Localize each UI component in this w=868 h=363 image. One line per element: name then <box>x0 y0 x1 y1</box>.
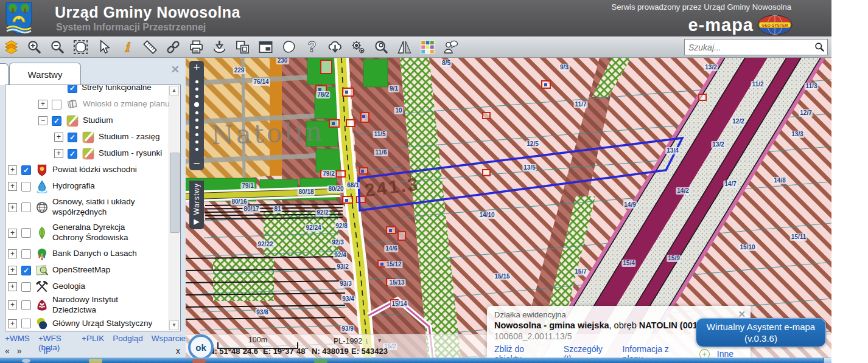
search-box[interactable] <box>684 39 828 55</box>
layer-checkbox[interactable]: ✓ <box>21 165 31 175</box>
layer-checkbox[interactable]: ✓ <box>21 266 31 275</box>
layout-icon[interactable] <box>257 38 274 55</box>
taskbar-app-icon[interactable] <box>314 359 327 363</box>
map-canvas[interactable]: Natolin 241.3 22923076/1478/28/59/39/110… <box>186 58 831 358</box>
expand-plus-icon[interactable]: + <box>8 266 17 275</box>
mirror-icon[interactable] <box>396 38 413 55</box>
zoom-level-dot[interactable] <box>195 148 198 151</box>
windows-taskbar[interactable] <box>0 358 831 363</box>
zoom-level-dot[interactable] <box>195 111 198 114</box>
expand-plus-icon[interactable]: + <box>38 100 47 109</box>
tab-warstwy[interactable]: Warstwy <box>9 63 81 85</box>
polygon-icon[interactable] <box>280 38 297 55</box>
zoom-level-dot[interactable] <box>195 133 198 136</box>
layers-icon[interactable] <box>2 38 19 55</box>
search-icon[interactable] <box>814 42 825 52</box>
zoom-in-icon[interactable] <box>26 38 43 55</box>
layer-checkbox[interactable] <box>21 249 31 259</box>
popup-link-inne[interactable]: Inne <box>717 349 733 358</box>
chevron-down-icon[interactable]: ▾ <box>378 337 381 344</box>
zoom-in-button[interactable]: + <box>189 61 204 74</box>
virtual-assistant-button[interactable]: Wirtualny Asystent e-mapa (v.0.3.6) <box>696 318 826 347</box>
pager-next[interactable]: » <box>17 346 22 356</box>
zoom-level-dot[interactable] <box>195 88 198 91</box>
start-orb-icon[interactable] <box>22 359 30 363</box>
expand-plus-icon[interactable]: + <box>8 165 17 175</box>
tree-scrollbar[interactable]: ▲ ▼ <box>169 86 180 330</box>
layer-checkbox[interactable] <box>21 202 31 212</box>
pager-prev[interactable]: « <box>5 346 10 356</box>
sidebar-close-icon[interactable]: ✕ <box>171 63 180 76</box>
expand-plus-icon[interactable]: + <box>8 229 17 238</box>
layer-checkbox[interactable] <box>52 100 61 109</box>
ok-button[interactable]: ok <box>188 334 214 358</box>
scroll-up-icon[interactable]: ▲ <box>169 86 179 95</box>
zoom-out-icon[interactable] <box>49 38 66 55</box>
map-zoom-control: + − <box>189 61 204 170</box>
settings-gears-icon[interactable] <box>349 38 366 55</box>
layer-checkbox[interactable]: ✓ <box>52 116 61 126</box>
tab-partial[interactable] <box>0 63 9 85</box>
pointer-icon[interactable] <box>95 38 112 55</box>
layer-row: +Osnowy, siatki i układy współrzędnych <box>5 195 180 220</box>
add-plus-icon[interactable]: + <box>699 349 710 358</box>
zoom-level-dot[interactable] <box>195 140 198 143</box>
layers-sidebar: Warstwy ✕ ✓Strefy funkcjonalne+Wnioski o… <box>0 58 186 358</box>
layer-label: Główny Urząd Statystyczny <box>52 319 152 329</box>
taskbar-app-icon[interactable] <box>89 359 102 363</box>
layer-checkbox[interactable] <box>21 228 31 238</box>
expand-plus-icon[interactable]: + <box>8 300 17 309</box>
collapse-minus-icon[interactable]: − <box>38 116 47 125</box>
select-area-icon[interactable] <box>72 38 89 55</box>
expand-plus-icon[interactable]: + <box>8 182 17 191</box>
popup-link-szczeg-y-i-[interactable]: Szczegóły (I) <box>564 344 613 358</box>
layer-label: Studium - rysunki <box>99 148 162 159</box>
collapse-layers-tab[interactable]: ◀ Warstwy <box>189 181 204 229</box>
preview-icon[interactable] <box>373 38 390 55</box>
zoom-level-dot[interactable] <box>195 95 198 98</box>
layer-row: −✓Studium <box>5 112 180 129</box>
expand-plus-icon[interactable]: + <box>54 149 63 158</box>
cloud-download-icon[interactable] <box>326 38 343 55</box>
layer-checkbox[interactable]: ✓ <box>68 149 77 159</box>
show-desktop-button[interactable] <box>823 358 831 363</box>
layer-checkbox[interactable] <box>21 300 31 310</box>
layer-checkbox[interactable]: ✓ <box>68 85 77 93</box>
zoom-slider[interactable] <box>189 74 204 157</box>
scroll-down-icon[interactable]: ▼ <box>169 320 179 330</box>
layer-checkbox[interactable]: ✓ <box>68 133 77 142</box>
measure-icon[interactable] <box>141 38 158 55</box>
print-icon[interactable] <box>187 38 205 55</box>
layer-checkbox[interactable] <box>21 282 31 292</box>
expand-plus-icon[interactable]: + <box>8 203 17 212</box>
search-input[interactable] <box>685 43 814 52</box>
legend-grid-icon[interactable] <box>419 38 436 55</box>
copy-frames-icon[interactable] <box>234 38 251 55</box>
link-icon[interactable] <box>164 38 181 55</box>
layer-checkbox[interactable] <box>21 319 31 328</box>
emapa-brand: e-mapa GEO-SYSTEM <box>688 15 793 35</box>
help-icon[interactable]: ? <box>303 38 320 55</box>
pager-close[interactable]: x <box>176 346 180 356</box>
zoom-level-current-dot[interactable] <box>194 102 199 107</box>
zoom-out-button[interactable]: − <box>189 157 204 170</box>
scroll-thumb[interactable] <box>170 153 180 233</box>
ip-link[interactable]: IP <box>43 347 51 356</box>
expand-plus-icon[interactable]: + <box>8 319 17 328</box>
crs-select[interactable]: PL-1992 <box>334 337 362 345</box>
zoom-level-dot[interactable] <box>195 119 198 122</box>
popup-link-informacja-z-planu[interactable]: Informacja z planu <box>623 344 692 358</box>
zoom-level-dot[interactable] <box>195 80 198 83</box>
info-icon[interactable]: i <box>118 38 135 55</box>
layer-checkbox[interactable] <box>21 182 31 192</box>
expand-plus-icon[interactable]: + <box>54 133 63 142</box>
expand-plus-icon[interactable]: + <box>8 282 17 291</box>
municipality-crest-logo <box>5 1 33 35</box>
download-marker-icon[interactable] <box>211 38 228 55</box>
taskbar-app-icon[interactable] <box>192 359 206 363</box>
feedback-icon[interactable] <box>442 38 459 55</box>
popup-link-zbli-do-obiektu[interactable]: Zbliż do obiektu <box>494 344 554 358</box>
expand-plus-icon[interactable]: + <box>8 249 17 258</box>
tree-layer-icon <box>35 247 49 261</box>
zoom-level-dot[interactable] <box>195 126 198 129</box>
